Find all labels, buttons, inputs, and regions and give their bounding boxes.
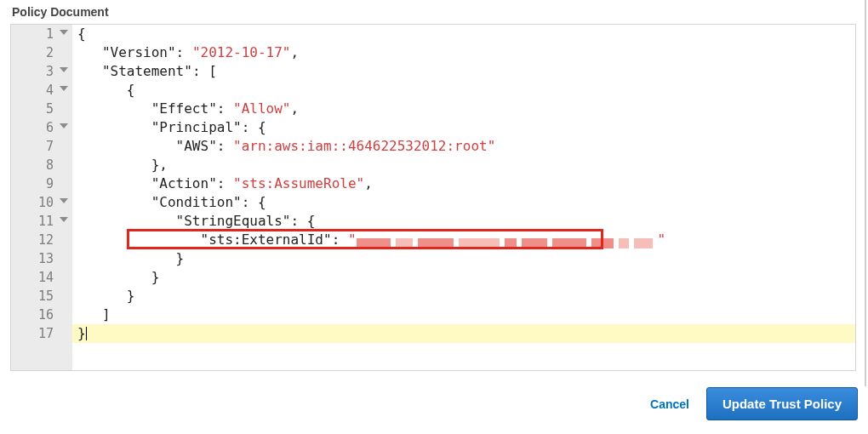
gutter-line: 16	[11, 306, 72, 324]
gutter-line: 5	[11, 100, 72, 118]
code-editor[interactable]: 1234567891011121314151617 { "Version": "…	[10, 24, 856, 371]
gutter-line: 12	[11, 231, 72, 249]
gutter-line: 2	[11, 43, 72, 62]
fold-toggle-icon[interactable]	[60, 198, 68, 203]
code-line[interactable]: }	[72, 287, 855, 306]
gutter-line: 14	[11, 268, 72, 287]
fold-toggle-icon[interactable]	[60, 86, 68, 91]
code-line[interactable]: },	[72, 156, 855, 174]
code-line[interactable]: }	[72, 249, 855, 268]
code-line[interactable]: "AWS": "arn:aws:iam::464622532012:root"	[72, 137, 855, 156]
editor-code-area[interactable]: { "Version": "2012-10-17", "Statement": …	[72, 25, 855, 370]
fold-toggle-icon[interactable]	[60, 123, 68, 128]
footer-actions: Cancel Update Trust Policy	[645, 387, 858, 420]
fold-toggle-icon[interactable]	[60, 30, 68, 35]
code-line[interactable]: {	[72, 25, 855, 43]
gutter-line: 9	[11, 174, 72, 193]
editor-gutter: 1234567891011121314151617	[11, 25, 72, 370]
text-caret	[86, 327, 87, 340]
gutter-line: 6	[11, 118, 72, 137]
code-line[interactable]: "Action": "sts:AssumeRole",	[72, 174, 855, 193]
redacted-external-id	[357, 235, 658, 245]
update-trust-policy-button[interactable]: Update Trust Policy	[706, 387, 858, 420]
code-line[interactable]: "Condition": {	[72, 193, 855, 212]
code-line[interactable]: "Effect": "Allow",	[72, 100, 855, 118]
code-line[interactable]: "Principal": {	[72, 118, 855, 137]
code-line[interactable]: {	[72, 81, 855, 100]
fold-toggle-icon[interactable]	[60, 217, 68, 222]
policy-editor-panel: Policy Document 123456789101112131415161…	[0, 0, 868, 434]
code-line[interactable]: "StringEquals": {	[72, 212, 855, 231]
code-line[interactable]: ]	[72, 306, 855, 324]
code-line[interactable]: "sts:ExternalId": ""	[72, 231, 855, 249]
gutter-line: 15	[11, 287, 72, 306]
gutter-line: 10	[11, 193, 72, 212]
gutter-line: 1	[11, 25, 72, 43]
code-line[interactable]: }	[72, 324, 855, 343]
code-line[interactable]: "Statement": [	[72, 62, 855, 81]
gutter-line: 7	[11, 137, 72, 156]
gutter-line: 11	[11, 212, 72, 231]
section-title: Policy Document	[12, 5, 858, 19]
gutter-line: 4	[11, 81, 72, 100]
cancel-button[interactable]: Cancel	[645, 391, 694, 418]
gutter-line: 3	[11, 62, 72, 81]
code-line[interactable]: "Version": "2012-10-17",	[72, 43, 855, 62]
gutter-line: 17	[11, 324, 72, 343]
gutter-line: 8	[11, 156, 72, 174]
fold-toggle-icon[interactable]	[60, 67, 68, 72]
code-line[interactable]: }	[72, 268, 855, 287]
gutter-line: 13	[11, 249, 72, 268]
panel-right-border	[865, 0, 866, 386]
